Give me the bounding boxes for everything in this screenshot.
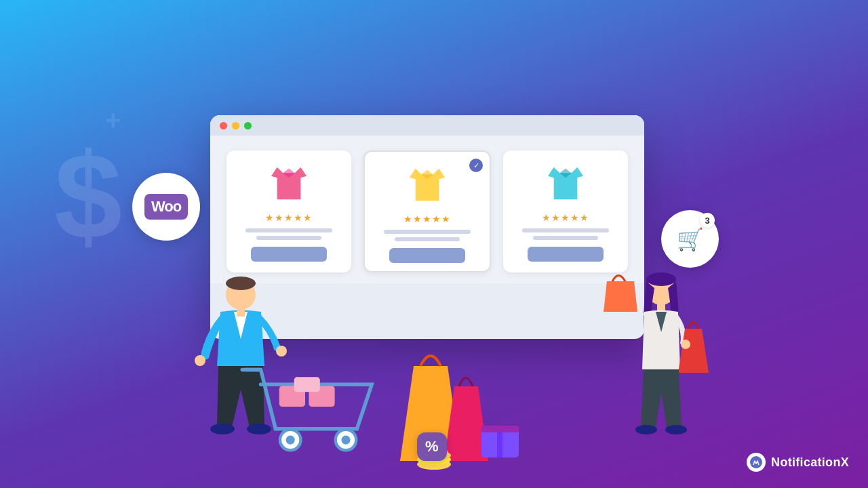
product-card-3[interactable]: ★★★★★ — [503, 150, 628, 272]
window-close-dot[interactable] — [220, 122, 227, 129]
product-card-1[interactable]: ★★★★★ — [226, 150, 351, 272]
svg-point-38 — [750, 456, 762, 468]
product-info-2 — [373, 230, 481, 241]
svg-point-37 — [681, 340, 690, 349]
product-card-2[interactable]: ✓ ★★★★★ — [363, 150, 491, 272]
svg-point-35 — [635, 425, 657, 434]
product-line — [384, 230, 471, 234]
product-line — [522, 228, 609, 232]
cart-badge[interactable]: 3 🛒 — [661, 210, 719, 268]
notificationx-logo — [747, 453, 766, 472]
product-info-1 — [235, 228, 343, 240]
svg-rect-16 — [294, 377, 320, 392]
svg-point-36 — [665, 425, 687, 434]
cart-icon: 🛒 — [677, 226, 704, 252]
bags-area: % — [387, 325, 536, 488]
notificationx-icon — [750, 456, 762, 468]
browser-titlebar — [210, 115, 644, 136]
add-to-cart-button-3[interactable] — [528, 247, 604, 262]
dollar-watermark-small: + — [105, 105, 121, 136]
product-stars-3: ★★★★★ — [542, 212, 589, 223]
percent-badge: % — [417, 432, 447, 461]
product-checkmark: ✓ — [469, 159, 483, 172]
notificationx-text: NotificationX — [771, 455, 849, 470]
shirt-icon-1 — [265, 161, 313, 205]
shopping-cart-svg — [224, 346, 387, 468]
add-to-cart-button-1[interactable] — [251, 247, 327, 262]
svg-rect-26 — [481, 426, 519, 432]
product-line — [256, 236, 321, 240]
product-line — [395, 237, 460, 241]
svg-rect-8 — [237, 308, 245, 317]
window-maximize-dot[interactable] — [244, 122, 252, 129]
shirt-icon-3 — [542, 161, 589, 205]
svg-point-18 — [286, 436, 295, 445]
window-minimize-dot[interactable] — [232, 122, 239, 129]
svg-point-7 — [226, 277, 256, 290]
svg-point-10 — [195, 355, 205, 366]
product-stars-1: ★★★★★ — [265, 212, 313, 223]
notificationx-brand: NotificationX — [747, 453, 849, 472]
woo-label: Woo — [144, 194, 188, 220]
cart-count: 3 — [700, 213, 715, 228]
shirt-icon-2 — [403, 163, 451, 207]
product-line — [245, 228, 332, 232]
person-right — [600, 264, 722, 488]
dollar-watermark: $ — [54, 136, 122, 258]
product-line — [533, 236, 598, 240]
svg-point-32 — [646, 272, 676, 286]
add-to-cart-button-2[interactable] — [389, 248, 465, 263]
product-info-3 — [511, 228, 620, 240]
woo-badge: Woo — [132, 173, 200, 241]
svg-point-20 — [341, 436, 350, 445]
product-stars-2: ★★★★★ — [403, 214, 451, 224]
product-grid: ★★★★★ ✓ ★★★★★ — [210, 136, 644, 283]
